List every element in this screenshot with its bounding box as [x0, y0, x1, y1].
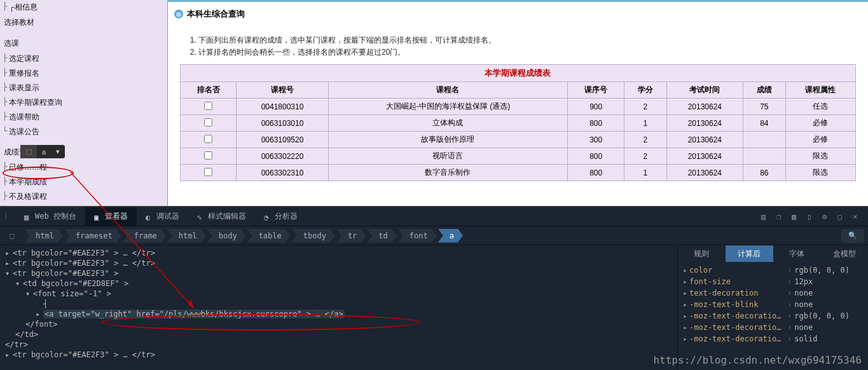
crumb-html-0[interactable]: html — [24, 229, 63, 243]
styles-tab-computed[interactable]: 计算后 — [726, 245, 773, 262]
crumb-a-10[interactable]: a — [438, 229, 463, 243]
rank-checkbox[interactable] — [204, 135, 212, 143]
sidebar-item-selected-courses[interactable]: 选定课程 — [0, 51, 167, 66]
crumb-html-3[interactable]: html — [167, 229, 206, 243]
instruction-1: 下面列出所有课程的成绩，选中某门课程，按最下端的显示排名按钮，可计算成绩排名。 — [198, 35, 837, 46]
instruction-2: 计算排名的时间会稍长一些，选择排名的课程不要超过20门。 — [198, 47, 837, 58]
table-row: 0041800310 大国崛起-中国的海洋权益保障 (通选) 900 2 201… — [180, 99, 855, 115]
styles-tab-boxmodel[interactable]: 盒模型 — [820, 245, 868, 262]
page-title: 本科生综合查询 — [187, 8, 245, 20]
toolbox-scratchpad-icon[interactable]: ▦ — [792, 212, 801, 221]
instructions-list: 下面列出所有课程的成绩，选中某门课程，按最下端的显示排名按钮，可计算成绩排名。 … — [198, 35, 837, 58]
col-credit: 学分 — [624, 82, 666, 99]
sidebar-item-semester-grades[interactable]: 本学期成绩 — [0, 175, 167, 189]
tab-style-editor[interactable]: ✎样式编辑器 — [188, 207, 255, 226]
chevron-down-icon[interactable]: ▾ — [51, 145, 65, 158]
table-row: 0063302220 视听语言 800 2 20130624 限选 — [180, 148, 855, 165]
element-picker-icon[interactable]: ⬚ — [0, 231, 24, 240]
table-row: 0063103010 立体构成 800 1 20130624 84 必修 — [180, 115, 855, 132]
sidebar-item-failed[interactable]: 不及格课程 — [0, 189, 167, 204]
profiler-icon: ◔ — [264, 213, 272, 221]
col-attr: 课程属性 — [785, 82, 855, 99]
col-coursename: 课程名 — [328, 82, 568, 99]
styles-tab-fonts[interactable]: 字体 — [773, 245, 821, 262]
sidebar-item-schedule[interactable]: 课表显示 — [0, 81, 167, 95]
sidebar-item-top[interactable]: ┌相信息 — [0, 0, 167, 15]
toolbox-responsive-icon[interactable]: ▯ — [807, 212, 816, 221]
sidebar: ┌相信息 选择教材 选课 选定课程 重修报名 课表显示 本学期课程查询 选课帮助… — [0, 0, 168, 206]
crumb-table-5[interactable]: table — [247, 229, 291, 243]
crumb-tbody-6[interactable]: tbody — [292, 229, 335, 243]
debugger-icon: ◐ — [146, 213, 153, 221]
crumb-frameset-1[interactable]: frameset — [64, 229, 121, 243]
selected-dom-node[interactable]: <a target="w_right" href="/pls/wwwbks/bk… — [43, 310, 345, 319]
devtools-tabs: 〉 ▦Web 控制台 ▣查看器 ◐调试器 ✎样式编辑器 ◔分析器 ▤ ❐ ▦ ▯… — [0, 207, 868, 226]
crumb-body-4[interactable]: body — [207, 229, 246, 243]
toolbox-close-icon[interactable]: × — [853, 212, 862, 221]
crumb-font-9[interactable]: font — [398, 229, 437, 243]
tab-debugger[interactable]: ◐调试器 — [137, 207, 188, 226]
table-title: 本学期课程成绩表 — [180, 65, 855, 82]
col-seq: 课序号 — [568, 82, 624, 99]
grades-table: 本学期课程成绩表 排名否 课程号 课程名 课序号 学分 考试时间 成绩 课程属性… — [180, 64, 856, 181]
sidebar-item-completed[interactable]: 已修……程 — [0, 160, 167, 175]
rank-checkbox[interactable] — [204, 118, 212, 127]
style-icon: ✎ — [197, 213, 205, 221]
pick-icon[interactable]: ⬚ — [20, 145, 37, 158]
toolbox-dock-icon[interactable]: ▢ — [837, 212, 846, 221]
rank-checkbox[interactable] — [204, 168, 212, 176]
col-courseno: 课程号 — [237, 82, 328, 99]
sidebar-section-enroll[interactable]: 选课 — [0, 36, 167, 51]
computed-property[interactable]: ▸-moz-text-decoration-c…›rgb(0, 0, 0) — [683, 310, 863, 322]
sidebar-item-enroll-notice[interactable]: 选课公告 — [0, 125, 167, 139]
computed-property[interactable]: ▸-moz-text-decoration-l…›none — [683, 322, 863, 333]
styles-pane: 规则 计算后 字体 盒模型 ▸color›rgb(0, 0, 0)▸font-s… — [677, 245, 868, 370]
crumb-frame-2[interactable]: frame — [123, 229, 166, 243]
tab-console[interactable]: ▦Web 控制台 — [15, 207, 85, 226]
toolbox-options-icon[interactable]: ⚙ — [822, 212, 831, 221]
query-icon: ◎ — [174, 10, 183, 18]
rank-checkbox[interactable] — [204, 102, 212, 110]
back-icon[interactable]: 〉 — [0, 211, 15, 222]
computed-property[interactable]: ▸-moz-text-decoration-s…›solid — [683, 333, 863, 345]
computed-property[interactable]: ▸-moz-text-blink›none — [683, 299, 863, 310]
col-grade: 成绩 — [743, 82, 785, 99]
computed-property[interactable]: ▸font-size›12px — [683, 276, 863, 287]
table-row: 0063302310 数字音乐制作 800 1 20130624 86 限选 — [180, 165, 855, 181]
table-row: 0063109520 故事版创作原理 300 2 20130624 必修 — [180, 132, 855, 148]
tab-profiler[interactable]: ◔分析器 — [255, 207, 307, 226]
toolbox-paint-icon[interactable]: ▤ — [761, 212, 770, 221]
toolbox-3d-icon[interactable]: ❐ — [776, 212, 785, 221]
crumb-td-8[interactable]: td — [367, 229, 396, 243]
rank-checkbox[interactable] — [204, 151, 212, 160]
breadcrumb: ⬚ htmlframesetframehtmlbodytabletbodytrt… — [0, 226, 868, 245]
sidebar-item-semester-courses[interactable]: 本学期课程查询 — [0, 95, 167, 110]
col-rank: 排名否 — [180, 82, 237, 99]
main-content: ◎ 本科生综合查询 下面列出所有课程的成绩，选中某门课程，按最下端的显示排名按钮… — [168, 0, 868, 206]
computed-property[interactable]: ▸text-decoration›none — [683, 287, 863, 299]
devtools-panel: 〉 ▦Web 控制台 ▣查看器 ◐调试器 ✎样式编辑器 ◔分析器 ▤ ❐ ▦ ▯… — [0, 207, 868, 370]
search-icon[interactable]: 🔍 — [841, 229, 864, 243]
dom-tree[interactable]: ▸<tr bgcolor="#EAE2F3" > … </tr> ▸<tr bg… — [0, 245, 677, 370]
element-picker-overlay[interactable]: ⬚ a ▾ — [20, 145, 65, 158]
picked-tag-label: a — [37, 145, 51, 158]
console-icon: ▦ — [24, 213, 32, 221]
sidebar-item-retake[interactable]: 重修报名 — [0, 66, 167, 81]
styles-tab-rules[interactable]: 规则 — [678, 245, 726, 262]
sidebar-item-grades-help[interactable]: 成绩查询帮助 — [0, 204, 167, 206]
tab-inspector[interactable]: ▣查看器 — [85, 207, 137, 226]
computed-property[interactable]: ▸color›rgb(0, 0, 0) — [683, 264, 863, 276]
sidebar-section-textbook[interactable]: 选择教材 — [0, 15, 167, 31]
crumb-tr-7[interactable]: tr — [336, 229, 366, 243]
inspector-icon: ▣ — [94, 213, 102, 221]
sidebar-item-enroll-help[interactable]: 选课帮助 — [0, 110, 167, 125]
col-examtime: 考试时间 — [666, 82, 743, 99]
